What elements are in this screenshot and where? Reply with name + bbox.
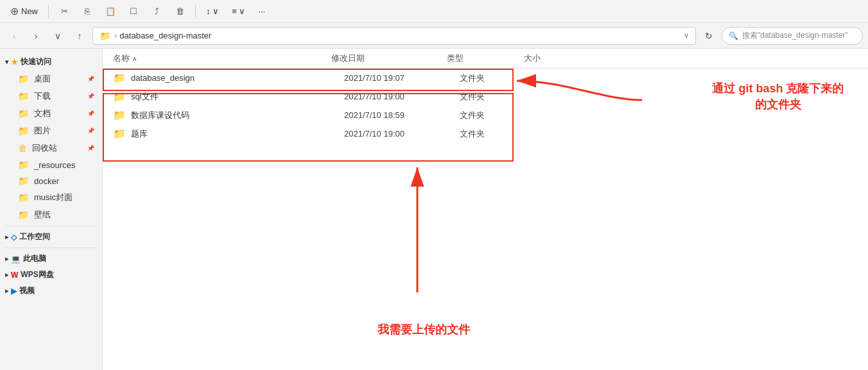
documents-pin-icon: 📌: [87, 110, 94, 117]
main-layout: ▾ ★ 快速访问 📁 桌面 📌 📁 下载 📌 📁 文档 📌 📁 图片 📌 🗑 回…: [0, 49, 868, 370]
sidebar-item-downloads[interactable]: 📁 下载 📌: [3, 88, 100, 105]
desktop-pin-icon: 📌: [87, 76, 94, 82]
refresh-button[interactable]: ↻: [700, 27, 718, 45]
recycle-pin-icon: 📌: [87, 145, 94, 151]
video-icon: ▶: [11, 287, 17, 296]
file-name-sql: sql文件: [131, 91, 344, 103]
new-icon: ⊕: [10, 5, 19, 17]
sidebar: ▾ ★ 快速访问 📁 桌面 📌 📁 下载 📌 📁 文档 📌 📁 图片 📌 🗑 回…: [0, 49, 103, 370]
sidebar-divider-2: [5, 248, 97, 248]
address-path-bar[interactable]: 📁 › database_design-master ∨: [92, 27, 696, 45]
toolbar-separator-2: [195, 5, 196, 18]
music-folder-icon: 📁: [18, 192, 29, 203]
file-row-database-design[interactable]: 📁 database_design 2021/7/10 19:07 文件夹: [103, 69, 868, 87]
rename-button[interactable]: ☐: [123, 3, 144, 21]
share-button[interactable]: ⤴: [146, 3, 167, 21]
video-arrow: ▸: [5, 287, 8, 294]
music-label: music封面: [34, 192, 73, 203]
this-pc-arrow: ▸: [5, 255, 8, 262]
file-type-database-design: 文件夹: [460, 72, 537, 84]
pictures-pin-icon: 📌: [87, 128, 94, 134]
content-area: 名称 ∧ 修改日期 类型 大小 📁 database_design 2021/7…: [103, 49, 868, 370]
file-name-database-design: database_design: [131, 73, 344, 83]
col-date-label: 修改日期: [331, 53, 365, 63]
wps-header[interactable]: ▸ W WPS网盘: [0, 267, 102, 283]
file-row-course-code[interactable]: 📁 数据库课设代码 2021/7/10 18:59 文件夹: [103, 106, 868, 124]
col-header-date[interactable]: 修改日期: [331, 53, 447, 64]
sidebar-item-docker[interactable]: 📁 docker: [3, 173, 100, 189]
sidebar-item-pictures[interactable]: 📁 图片 📌: [3, 122, 100, 139]
docker-folder-icon: 📁: [18, 176, 29, 186]
annotation-label-upload: 我需要上传的文件: [347, 322, 501, 338]
more-button[interactable]: ···: [253, 4, 270, 19]
back-button[interactable]: ‹: [5, 27, 23, 45]
sidebar-item-documents[interactable]: 📁 文档 📌: [3, 105, 100, 122]
search-box[interactable]: 🔍 搜索"database_design-master": [722, 27, 863, 45]
this-pc-header[interactable]: ▸ 💻 此电脑: [0, 251, 102, 267]
video-label: 视频: [19, 285, 35, 296]
quick-access-star-icon: ★: [11, 58, 18, 67]
forward-button[interactable]: ›: [27, 27, 45, 45]
folder-icon-course-code: 📁: [113, 109, 126, 121]
col-name-sort-icon: ∧: [132, 55, 137, 62]
file-date-question-bank: 2021/7/10 19:00: [344, 129, 460, 139]
col-size-label: 大小: [524, 53, 541, 63]
wps-label: WPS网盘: [21, 269, 53, 280]
wallpaper-label: 壁纸: [34, 209, 51, 221]
sort-button[interactable]: ↕ ∨: [201, 4, 224, 19]
workspace-header[interactable]: ▸ ◇ 工作空间: [0, 229, 102, 245]
file-date-course-code: 2021/7/10 18:59: [344, 110, 460, 120]
toolbar-separator: [48, 5, 49, 18]
new-label: New: [21, 6, 38, 16]
file-type-question-bank: 文件夹: [460, 128, 537, 140]
up-button[interactable]: ↑: [71, 27, 89, 45]
search-icon: 🔍: [729, 31, 738, 40]
pictures-label: 图片: [34, 125, 51, 137]
file-name-question-bank: 题库: [131, 128, 344, 140]
col-type-label: 类型: [447, 53, 464, 63]
documents-label: 文档: [34, 108, 51, 119]
toolbar: ⊕ New ✂ ⎘ 📋 ☐ ⤴ 🗑 ↕ ∨ ≡ ∨ ···: [0, 0, 868, 23]
sidebar-item-recycle[interactable]: 🗑 回收站 📌: [3, 140, 100, 156]
folder-icon-database-design: 📁: [113, 72, 126, 84]
downloads-folder-icon: 📁: [18, 91, 29, 101]
this-pc-label: 此电脑: [23, 253, 46, 264]
workspace-icon: ◇: [11, 233, 17, 242]
downloads-pin-icon: 📌: [87, 93, 94, 99]
path-folder-icon: 📁: [100, 31, 110, 41]
path-text: database_design-master: [119, 31, 211, 40]
resources-label: _resources: [34, 160, 75, 170]
delete-button[interactable]: 🗑: [169, 3, 190, 21]
workspace-label: 工作空间: [19, 231, 50, 242]
this-pc-icon: 💻: [11, 255, 21, 264]
file-date-database-design: 2021/7/10 19:07: [344, 73, 460, 83]
copy-button[interactable]: ⎘: [77, 3, 98, 21]
recent-locations-button[interactable]: ∨: [49, 27, 67, 45]
col-header-size[interactable]: 大小: [524, 53, 588, 64]
sidebar-item-resources[interactable]: 📁 _resources: [3, 157, 100, 172]
column-headers: 名称 ∧ 修改日期 类型 大小: [103, 49, 868, 69]
resources-folder-icon: 📁: [18, 160, 29, 170]
desktop-label: 桌面: [34, 73, 51, 85]
video-header[interactable]: ▸ ▶ 视频: [0, 283, 102, 299]
cut-button[interactable]: ✂: [54, 3, 74, 21]
file-date-sql: 2021/7/10 19:00: [344, 92, 460, 101]
col-header-type[interactable]: 类型: [447, 53, 524, 64]
file-row-sql[interactable]: 📁 sql文件 2021/7/10 19:00 文件夹: [103, 87, 868, 106]
file-row-question-bank[interactable]: 📁 题库 2021/7/10 19:00 文件夹: [103, 124, 868, 143]
recycle-folder-icon: 🗑: [18, 143, 27, 153]
sidebar-item-music[interactable]: 📁 music封面: [3, 189, 100, 206]
col-name-label: 名称: [113, 53, 130, 64]
folder-icon-sql: 📁: [113, 90, 126, 103]
col-header-name[interactable]: 名称 ∧: [113, 53, 331, 64]
sidebar-item-desktop[interactable]: 📁 桌面 📌: [3, 71, 100, 87]
search-placeholder: 搜索"database_design-master": [742, 30, 848, 41]
sidebar-item-wallpaper[interactable]: 📁 壁纸: [3, 206, 100, 223]
wps-icon: W: [11, 271, 18, 280]
quick-access-header[interactable]: ▾ ★ 快速访问: [0, 54, 102, 70]
quick-access-label: 快速访问: [21, 56, 51, 67]
view-button[interactable]: ≡ ∨: [227, 4, 250, 19]
paste-button[interactable]: 📋: [100, 3, 121, 21]
address-dropdown-icon[interactable]: ∨: [684, 31, 689, 40]
new-button[interactable]: ⊕ New: [5, 3, 43, 20]
